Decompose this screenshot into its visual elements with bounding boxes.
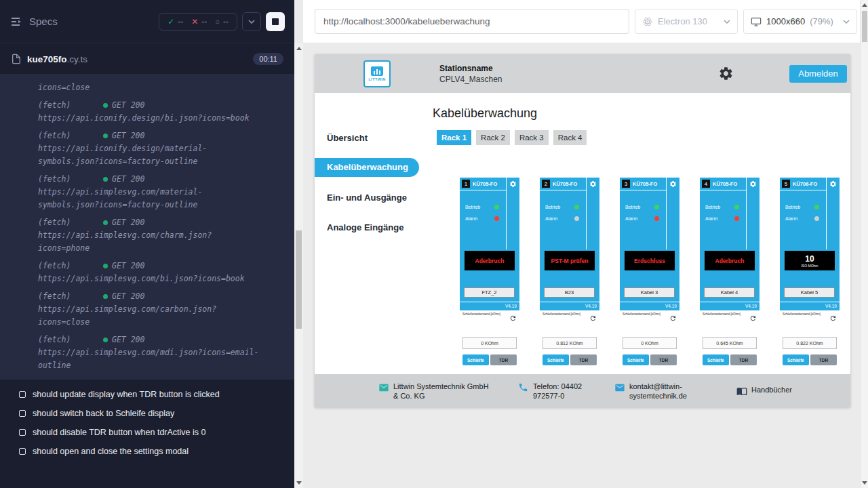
scroll-up-icon[interactable] [862, 3, 867, 7]
log-type: (fetch) [38, 260, 103, 272]
schleife-button[interactable]: Schleife [542, 354, 569, 365]
specs-menu-icon[interactable] [9, 15, 23, 28]
stop-button[interactable] [266, 12, 285, 31]
schleife-button[interactable]: Schleife [623, 354, 649, 365]
measurement-label: Schleifenwiderstand [kOhm] [623, 312, 665, 317]
device-settings-icon[interactable] [669, 180, 677, 188]
status-text: Aderbruch [715, 258, 745, 264]
betrieb-led [734, 205, 739, 209]
logout-button[interactable]: Abmelden [789, 65, 847, 83]
nav-item-uebersicht[interactable]: Übersicht [315, 128, 423, 148]
specs-label[interactable]: Specs [29, 16, 58, 27]
tdr-button[interactable]: TDR [730, 354, 757, 365]
schleife-button[interactable]: Schleife [462, 354, 489, 365]
tdr-button[interactable]: TDR [650, 354, 677, 365]
tab-rack-2[interactable]: Rack 2 [476, 130, 510, 145]
measurement-panel: Schleifenwiderstand [kOhm] 0 KOhm Schlei… [460, 310, 519, 369]
device-settings-icon[interactable] [749, 180, 757, 188]
command-log: icons=close (fetch)GET 200 https://api.i… [0, 75, 294, 380]
footer-manuals[interactable]: Handbücher [736, 385, 792, 396]
tdr-button[interactable]: TDR [810, 354, 837, 365]
alarm-label: Alarm [785, 216, 797, 221]
alarm-label: Alarm [545, 216, 557, 221]
log-entry[interactable]: (fetch)GET 200 https://api.iconify.desig… [0, 127, 294, 170]
betrieb-label: Betrieb [625, 205, 640, 209]
refresh-icon[interactable] [749, 314, 757, 322]
stat-failed: ✕-- [191, 17, 207, 26]
firmware-version: V4.19 [585, 304, 597, 308]
scroll-up-icon[interactable] [296, 47, 302, 50]
alarm-label: Alarm [465, 216, 477, 221]
left-scrollbar[interactable] [294, 43, 303, 488]
measurement-value: 0 KOhm [623, 337, 677, 349]
viewport-select[interactable]: 1000x660 (79%) [743, 9, 857, 34]
divider [540, 190, 586, 190]
station-label: Stationsname [439, 63, 502, 74]
schleife-button[interactable]: Schleife [703, 354, 729, 365]
betrieb-indicator: Betrieb [785, 205, 819, 209]
refresh-icon[interactable] [509, 314, 517, 322]
device-settings-icon[interactable] [509, 180, 517, 188]
betrieb-indicator: Betrieb [625, 205, 659, 209]
tab-rack-3[interactable]: Rack 3 [515, 130, 549, 145]
log-entry[interactable]: (fetch)GET 200 https://api.simplesvg.com… [0, 170, 294, 214]
mail-icon [614, 382, 625, 393]
scroll-down-icon[interactable] [296, 481, 302, 485]
log-entry[interactable]: (fetch)GET 200 https://api.simplesvg.com… [0, 214, 294, 257]
app-footer: Littwin Systemtechnik GmbH & Co. KG Tele… [315, 374, 850, 407]
tab-rack-1[interactable]: Rack 1 [437, 130, 471, 145]
url-bar[interactable]: http://localhost:3000/kabelueberwachung [315, 9, 629, 34]
log-entry[interactable]: icons=close [0, 79, 294, 96]
scrollbar-thumb[interactable] [296, 230, 302, 329]
collapse-button[interactable] [242, 12, 261, 31]
spec-file-row[interactable]: kue705fo.cy.ts 00:11 [0, 43, 294, 75]
scroll-down-icon[interactable] [862, 481, 867, 485]
log-entry[interactable]: (fetch)GET 200 https://api.simplesvg.com… [0, 257, 294, 287]
test-item[interactable]: should open and close the settings modal [0, 442, 294, 461]
device-settings-icon[interactable] [589, 180, 597, 188]
settings-gear-icon[interactable] [718, 66, 734, 81]
measurement-panel: Schleifenwiderstand [kOhm] 0.822 KOhm Sc… [780, 310, 840, 369]
status-text: Aderbruch [475, 258, 505, 264]
log-entry[interactable]: (fetch)GET 200 https://api.simplesvg.com… [0, 287, 294, 331]
browser-select[interactable]: Electron 130 [635, 9, 738, 34]
log-status: GET 200 [112, 99, 144, 112]
measurement-panel: Schleifenwiderstand [kOhm] 0.645 KOhm Sc… [700, 310, 760, 369]
alarm-indicator: Alarm [545, 216, 579, 221]
firmware-version: V4.19 [505, 304, 517, 308]
right-scrollbar[interactable] [860, 0, 868, 488]
scrollbar-thumb[interactable] [862, 11, 867, 42]
status-text: Erdschluss [634, 258, 665, 264]
alarm-indicator: Alarm [705, 216, 739, 221]
nav-item-kabelueberwachung[interactable]: Kabelüberwachung [315, 158, 419, 177]
alarm-label: Alarm [625, 216, 637, 221]
test-item[interactable]: should switch back to Schleife display [0, 404, 294, 423]
tdr-button[interactable]: TDR [490, 354, 517, 365]
alarm-led [494, 216, 499, 221]
divider [506, 178, 507, 249]
device-settings-icon[interactable] [829, 180, 837, 188]
alarm-indicator: Alarm [785, 216, 819, 221]
log-entry[interactable]: (fetch)GET 200 https://api.iconify.desig… [0, 96, 294, 127]
nav-item-ein-ausgaenge[interactable]: Ein- und Ausgänge [315, 188, 423, 208]
device-cards: 1 KÜ705-FO Betrieb Alarm Aderbruch FTZ_2… [460, 178, 850, 369]
tab-rack-4[interactable]: Rack 4 [553, 130, 587, 145]
footer-email[interactable]: kontakt@littwin-systemtechnik.de [614, 382, 704, 401]
log-type: (fetch) [38, 333, 103, 346]
viewport-size: 1000x660 [766, 16, 805, 26]
log-status: GET 200 [112, 129, 144, 142]
refresh-icon[interactable] [669, 314, 677, 322]
tdr-button[interactable]: TDR [570, 354, 597, 365]
log-entry[interactable]: (fetch)GET 200 https://api.simplesvg.com… [0, 331, 294, 374]
test-item[interactable]: should disable TDR button when tdrActive… [0, 423, 294, 442]
test-state-icon [19, 429, 26, 436]
test-item[interactable]: should update display when TDR button is… [0, 385, 294, 404]
failed-count: -- [201, 17, 207, 26]
cable-name: FTZ_2 [464, 287, 515, 298]
refresh-icon[interactable] [589, 314, 597, 322]
test-state-icon [19, 410, 26, 417]
nav-item-analoge-eingaenge[interactable]: Analoge Eingänge [315, 218, 423, 238]
schleife-button[interactable]: Schleife [783, 354, 809, 365]
refresh-icon[interactable] [829, 314, 837, 322]
alarm-led [814, 216, 819, 221]
